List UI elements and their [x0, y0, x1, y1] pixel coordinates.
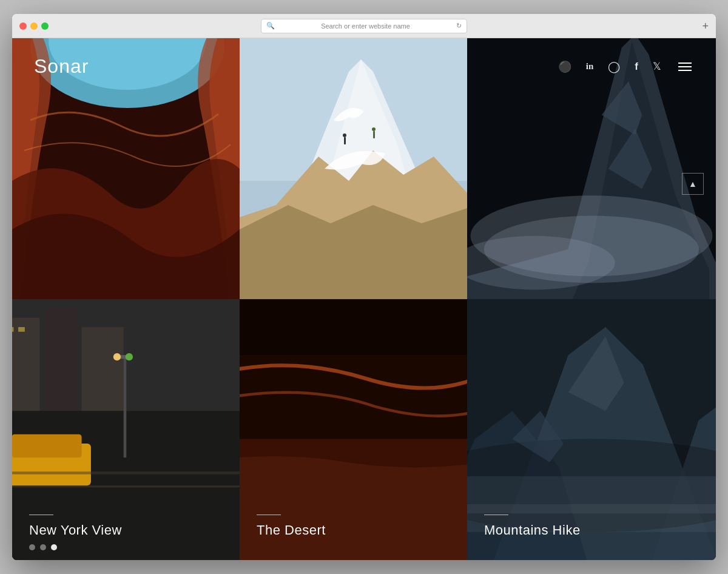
cell-label-newyork: New York View: [29, 515, 223, 538]
svg-point-8: [372, 127, 376, 131]
scroll-up-button[interactable]: ▲: [682, 173, 704, 195]
label-line: [29, 515, 53, 515]
hamburger-menu[interactable]: [676, 60, 694, 73]
address-text: Search or enter website name: [278, 22, 453, 30]
slide-dot-1[interactable]: [40, 544, 46, 550]
label-line: [257, 515, 281, 515]
slide-indicators: [29, 544, 57, 550]
gallery-grid: ▲: [12, 38, 716, 560]
svg-rect-16: [44, 308, 77, 411]
gallery-cell-newyork[interactable]: New York View: [12, 299, 240, 560]
instagram-icon[interactable]: ◯: [608, 60, 620, 73]
svg-rect-27: [12, 471, 240, 474]
site-header: Sonar ⚫ in ◯ f 𝕏: [12, 38, 716, 95]
svg-rect-28: [12, 485, 240, 487]
desert-label-text: The Desert: [257, 522, 450, 538]
twitter-icon[interactable]: 𝕏: [653, 60, 661, 73]
cell-label-mountains-hike: Mountains Hike: [484, 515, 699, 538]
maximize-button[interactable]: [41, 22, 49, 30]
label-line: [484, 515, 508, 515]
svg-rect-17: [82, 327, 124, 411]
linkedin-icon[interactable]: in: [586, 61, 594, 72]
newyork-label-text: New York View: [29, 522, 223, 538]
svg-rect-22: [12, 327, 13, 332]
traffic-lights: [19, 22, 49, 30]
svg-rect-26: [12, 434, 82, 458]
chevron-up-icon: ▲: [689, 179, 697, 189]
facebook-icon[interactable]: f: [635, 61, 638, 73]
pinterest-icon[interactable]: ⚫: [558, 60, 571, 73]
mountains-hike-label-text: Mountains Hike: [484, 522, 699, 538]
gallery-cell-mountains-hike[interactable]: Mountains Hike: [467, 299, 716, 560]
svg-point-31: [113, 353, 121, 360]
svg-rect-29: [124, 355, 127, 458]
browser-chrome: 🔍 Search or enter website name ↻ +: [12, 14, 716, 38]
cell-label-desert: The Desert: [257, 515, 450, 538]
close-button[interactable]: [19, 22, 27, 30]
website-content: Sonar ⚫ in ◯ f 𝕏: [12, 38, 716, 560]
site-logo: Sonar: [34, 55, 89, 78]
svg-point-32: [126, 353, 133, 360]
gallery-cell-desert[interactable]: The Desert: [240, 299, 467, 560]
svg-rect-23: [18, 327, 25, 332]
svg-rect-15: [12, 318, 39, 411]
slide-dot-2[interactable]: [51, 544, 57, 550]
address-bar[interactable]: 🔍 Search or enter website name ↻: [261, 19, 467, 33]
slide-dot-0[interactable]: [29, 544, 35, 550]
svg-rect-7: [373, 131, 375, 138]
search-icon: 🔍: [266, 22, 275, 30]
site-nav: ⚫ in ◯ f 𝕏: [558, 60, 694, 73]
svg-point-6: [343, 133, 346, 137]
minimize-button[interactable]: [30, 22, 38, 30]
refresh-icon[interactable]: ↻: [456, 22, 462, 30]
new-tab-button[interactable]: +: [702, 21, 709, 32]
browser-window: 🔍 Search or enter website name ↻ + Sonar…: [12, 14, 716, 560]
svg-rect-5: [344, 137, 346, 144]
svg-rect-35: [240, 299, 467, 355]
